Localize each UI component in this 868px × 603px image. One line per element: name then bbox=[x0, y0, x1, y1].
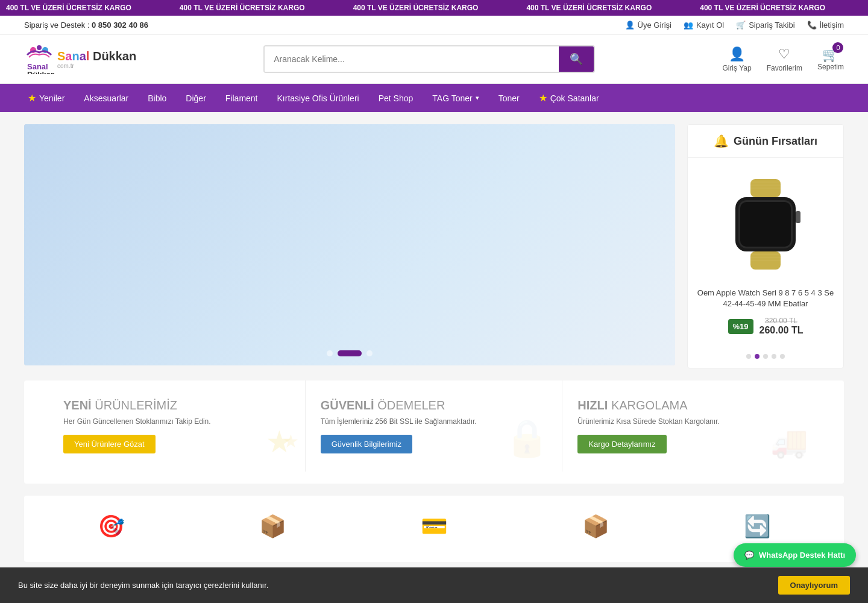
apple-watch-svg bbox=[717, 176, 814, 273]
feature-new-products: YENİ ÜRÜNLERİMİZ Her Gün Güncellenen Sto… bbox=[48, 380, 306, 472]
feature-secure-title: GÜVENLİ ÖDEMELER bbox=[321, 399, 547, 412]
deal-dot-3[interactable] bbox=[763, 354, 768, 359]
whatsapp-icon: 💬 bbox=[744, 551, 754, 560]
search-button[interactable]: 🔍 bbox=[559, 46, 594, 72]
deal-price-row: %19 320.00 TL 260.00 TL bbox=[697, 317, 834, 336]
new-products-button[interactable]: Yeni Ürünlere Gözat bbox=[63, 435, 156, 453]
feature-star-deco: ★ ★ bbox=[266, 425, 293, 459]
search-icon: 🔍 bbox=[570, 53, 583, 65]
feature-new-desc: Her Gün Güncellenen Stoklarımızı Takip E… bbox=[63, 417, 290, 426]
svg-text:Dükkan: Dükkan bbox=[27, 70, 54, 74]
daily-deals-panel: 🔔 Günün Fırsatları bbox=[687, 124, 844, 368]
feature-truck-deco: 🚚 bbox=[770, 425, 808, 459]
tracking-icon: 🛒 bbox=[736, 21, 746, 30]
bell-icon: 🔔 bbox=[714, 134, 729, 148]
slider-dot-1[interactable] bbox=[327, 350, 333, 356]
new-price: 260.00 TL bbox=[760, 325, 804, 336]
login-action[interactable]: 👤 Giriş Yap bbox=[722, 46, 751, 72]
search-bar[interactable]: 🔍 bbox=[263, 45, 595, 73]
nav-kirtasiye[interactable]: Kırtasiye Ofis Ürünleri bbox=[268, 85, 369, 112]
secure-payment-button[interactable]: Güvenlik Bilgilerimiz bbox=[321, 435, 412, 453]
nav-biblo[interactable]: Biblo bbox=[138, 85, 176, 112]
daily-deals-header: 🔔 Günün Fırsatları bbox=[688, 125, 843, 158]
slide-background bbox=[24, 124, 675, 365]
bottom-icon-1: 🎯 bbox=[98, 514, 125, 539]
feature-new-title: YENİ ÜRÜNLERİMİZ bbox=[63, 399, 290, 412]
deal-dot-1[interactable] bbox=[746, 354, 751, 359]
announcement-2: 400 TL VE ÜZERİ ÜCRETSİZ KARGO bbox=[174, 4, 311, 12]
cart-action[interactable]: 🛒 0 Sepetim bbox=[817, 47, 844, 71]
utility-login[interactable]: 👤 Üye Girişi bbox=[625, 21, 671, 30]
phone-icon: 📞 bbox=[807, 21, 817, 30]
bottom-icon-2: 📦 bbox=[259, 514, 286, 539]
search-input[interactable] bbox=[265, 46, 559, 72]
bottom-item-3: 💳 bbox=[421, 514, 448, 544]
header: Sanal Dükkan Sanal Dükkan com.tr 🔍 👤 Gir… bbox=[0, 35, 868, 84]
support-phone: 0 850 302 40 86 bbox=[92, 21, 148, 30]
star-icon-cok-satanlar: ★ bbox=[539, 92, 547, 104]
svg-rect-9 bbox=[740, 202, 791, 247]
utility-register[interactable]: 👥 Kayıt Ol bbox=[684, 21, 724, 30]
slider-dot-3[interactable] bbox=[366, 350, 373, 356]
chevron-down-icon: ▾ bbox=[476, 94, 479, 102]
star-icon-yeniler: ★ bbox=[28, 92, 36, 104]
svg-point-1 bbox=[37, 45, 42, 50]
nav-toner[interactable]: Toner bbox=[489, 85, 529, 112]
nav-aksesuarlar[interactable]: Aksesuarlar bbox=[74, 85, 138, 112]
cart-count: 0 bbox=[832, 42, 843, 53]
announcement-scrolling: 400 TL VE ÜZERİ ÜCRETSİZ KARGO 400 TL VE… bbox=[0, 4, 868, 12]
nav-diger[interactable]: Diğer bbox=[176, 85, 215, 112]
bottom-icon-4: 📦 bbox=[582, 514, 609, 539]
nav-tag-toner[interactable]: TAG Toner ▾ bbox=[423, 85, 488, 112]
announcement-4: 400 TL VE ÜZERİ ÜCRETSİZ KARGO bbox=[520, 4, 658, 12]
utility-order-tracking[interactable]: 🛒 Sipariş Takibi bbox=[736, 21, 794, 30]
slider-dots bbox=[327, 350, 373, 356]
bottom-section: 🎯 📦 💳 📦 🔄 bbox=[24, 496, 844, 562]
hero-slider[interactable] bbox=[24, 124, 675, 365]
nav-cok-satanlar[interactable]: ★ Çok Satanlar bbox=[529, 84, 609, 112]
support-info: Sipariş ve Destek : 0 850 302 40 86 bbox=[24, 21, 148, 30]
main-content: 🔔 Günün Fırsatları bbox=[0, 112, 868, 380]
announcement-1: 400 TL VE ÜZERİ ÜCRETSİZ KARGO bbox=[0, 4, 137, 12]
utility-links: 👤 Üye Girişi 👥 Kayıt Ol 🛒 Sipariş Takibi… bbox=[625, 21, 844, 30]
announcement-3: 400 TL VE ÜZERİ ÜCRETSİZ KARGO bbox=[347, 4, 485, 12]
deal-dot-4[interactable] bbox=[772, 354, 776, 359]
support-label: Sipariş ve Destek : bbox=[24, 21, 89, 30]
feature-lock-deco: 🔒 bbox=[505, 417, 550, 459]
main-navigation: ★ Yeniler Aksesuarlar Biblo Diğer Filame… bbox=[0, 84, 868, 112]
cargo-details-button[interactable]: Kargo Detaylarımız bbox=[577, 435, 666, 453]
deal-product-image bbox=[711, 170, 820, 279]
slide-image bbox=[24, 124, 675, 365]
feature-secure-payment: GÜVENLİ ÖDEMELER Tüm İşlemleriniz 256 Bi… bbox=[306, 380, 563, 472]
features-section: YENİ ÜRÜNLERİMİZ Her Gün Güncellenen Sto… bbox=[24, 380, 844, 484]
bottom-item-2: 📦 bbox=[259, 514, 286, 544]
cart-badge-wrapper: 🛒 0 bbox=[822, 47, 838, 63]
utility-bar: Sipariş ve Destek : 0 850 302 40 86 👤 Üy… bbox=[0, 16, 868, 35]
whatsapp-button[interactable]: 💬 WhatsApp Destek Hattı bbox=[734, 543, 856, 562]
announcement-bar: 400 TL VE ÜZERİ ÜCRETSİZ KARGO 400 TL VE… bbox=[0, 0, 868, 16]
bottom-icon-5: 🔄 bbox=[744, 514, 771, 539]
svg-rect-16 bbox=[796, 211, 800, 223]
heart-icon: ♡ bbox=[778, 46, 790, 62]
favorites-action[interactable]: ♡ Favorilerim bbox=[767, 46, 802, 72]
slider-dot-2[interactable] bbox=[338, 350, 362, 356]
announcement-5: 400 TL VE ÜZERİ ÜCRETSİZ KARGO bbox=[694, 4, 831, 12]
register-icon: 👥 bbox=[684, 21, 693, 30]
user-icon: 👤 bbox=[625, 21, 635, 30]
feature-fast-cargo: HIZLI KARGOLAMA Ürünlerimiz Kısa Sürede … bbox=[562, 380, 820, 472]
logo[interactable]: Sanal Dükkan Sanal Dükkan com.tr bbox=[24, 44, 136, 74]
logo-icon: Sanal Dükkan bbox=[24, 44, 54, 74]
login-icon: 👤 bbox=[729, 46, 745, 62]
deal-dot-5[interactable] bbox=[780, 354, 785, 359]
bottom-icon-3: 💳 bbox=[421, 514, 448, 539]
logo-domain: com.tr bbox=[57, 63, 136, 69]
utility-contact[interactable]: 📞 İletişim bbox=[807, 21, 844, 30]
deal-dots bbox=[688, 348, 843, 368]
nav-pet-shop[interactable]: Pet Shop bbox=[369, 85, 423, 112]
deal-dot-2[interactable] bbox=[755, 354, 760, 359]
deal-product-name: Oem Apple Watch Seri 9 8 7 6 5 4 3 Se 42… bbox=[697, 288, 834, 309]
nav-filament[interactable]: Filament bbox=[216, 85, 268, 112]
feature-cargo-title: HIZLI KARGOLAMA bbox=[577, 399, 805, 412]
nav-yeniler[interactable]: ★ Yeniler bbox=[18, 84, 74, 112]
bottom-item-1: 🎯 bbox=[98, 514, 125, 544]
